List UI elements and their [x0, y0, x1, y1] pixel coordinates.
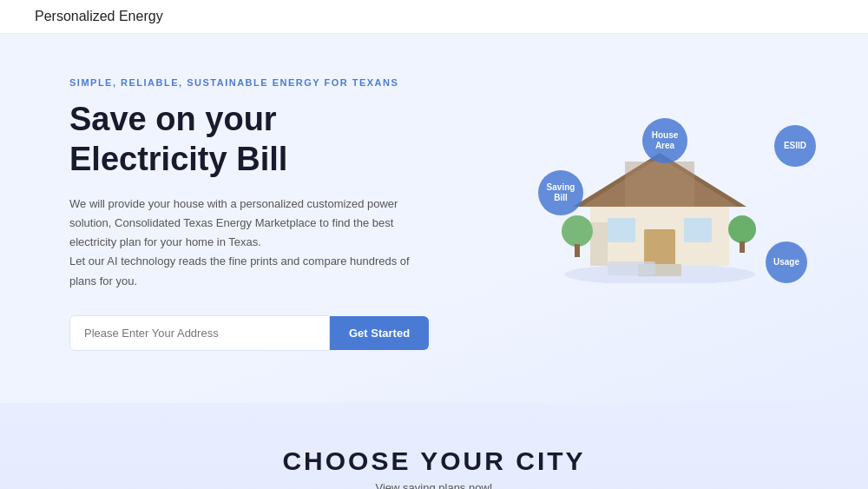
- hero-input-row: Get Started: [69, 315, 434, 351]
- hero-content: SIMPLE, RELIABLE, SUSTAINABLE ENERGY FOR…: [69, 77, 434, 351]
- svg-rect-8: [590, 222, 608, 266]
- address-input[interactable]: [69, 315, 330, 351]
- city-section: CHOOSE YOUR CITY View saving plans now! …: [0, 403, 868, 489]
- hero-subtitle: SIMPLE, RELIABLE, SUSTAINABLE ENERGY FOR…: [69, 77, 434, 88]
- city-section-subtitle: View saving plans now!: [0, 481, 868, 489]
- svg-point-10: [562, 215, 593, 247]
- svg-rect-7: [644, 229, 675, 266]
- header-title: Personalized Energy: [35, 9, 163, 24]
- house-area-label: HouseArea: [642, 118, 687, 163]
- usage-label: Usage: [766, 241, 807, 283]
- header: Personalized Energy: [0, 0, 868, 34]
- saving-bill-label: SavingBill: [538, 170, 583, 215]
- svg-rect-5: [608, 218, 635, 242]
- esiid-label: ESIID: [774, 125, 816, 167]
- get-started-button[interactable]: Get Started: [330, 316, 429, 350]
- svg-rect-6: [684, 218, 712, 242]
- svg-rect-14: [608, 261, 655, 275]
- svg-rect-4: [625, 162, 694, 207]
- hero-section: SIMPLE, RELIABLE, SUSTAINABLE ENERGY FOR…: [0, 34, 868, 403]
- svg-rect-13: [740, 241, 745, 253]
- hero-title: Save on your Electricity Bill: [69, 100, 434, 179]
- house-illustration: SavingBill HouseArea ESIID Usage: [538, 109, 816, 318]
- svg-rect-11: [575, 244, 580, 257]
- city-section-title: CHOOSE YOUR CITY: [0, 446, 868, 476]
- svg-point-12: [728, 215, 756, 243]
- hero-description: We will provide your house with a person…: [69, 195, 434, 290]
